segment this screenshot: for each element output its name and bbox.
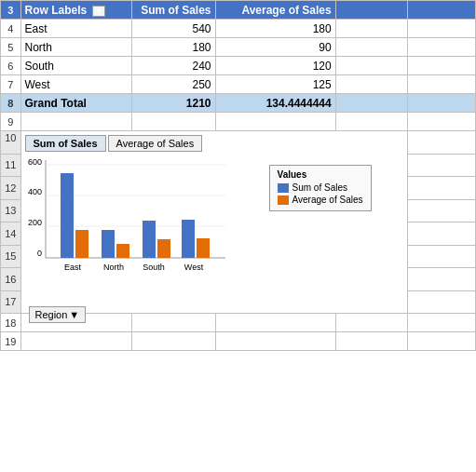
x-label-west: West bbox=[184, 263, 203, 272]
col-e-header bbox=[335, 1, 408, 20]
label-north: North bbox=[20, 38, 131, 57]
col-e-4 bbox=[335, 20, 408, 38]
col-f-7 bbox=[408, 75, 476, 94]
row-num-3: 3 bbox=[1, 1, 21, 20]
row-num-8: 8 bbox=[1, 94, 21, 113]
col-f-header bbox=[408, 1, 476, 20]
col-f-12 bbox=[408, 177, 476, 200]
table-row-north: 5 North 180 90 bbox=[1, 38, 476, 57]
col-f-13 bbox=[408, 199, 476, 223]
y-label-0: 0 bbox=[36, 249, 41, 258]
row-num-4: 4 bbox=[1, 20, 21, 38]
avg-north: 90 bbox=[215, 38, 335, 57]
x-label-north: North bbox=[102, 263, 123, 272]
legend-item-avg: Average of Sales bbox=[278, 195, 363, 205]
bar-west-avg bbox=[197, 238, 210, 258]
empty-9-c bbox=[131, 113, 215, 131]
legend-item-sum: Sum of Sales bbox=[278, 182, 363, 193]
y-label-600: 600 bbox=[27, 157, 41, 167]
region-filter-area: Region ▼ bbox=[25, 306, 372, 323]
pivot-header-row: 3 Row Labels ▼ Sum of Sales Average of S… bbox=[1, 1, 476, 20]
col-f-16 bbox=[408, 268, 476, 291]
legend-label-sum: Sum of Sales bbox=[292, 182, 347, 193]
label-south: South bbox=[20, 57, 131, 75]
col-f-14 bbox=[408, 223, 476, 246]
col-f-17 bbox=[408, 290, 476, 314]
chart-container: Sum of Sales Average of Sales 600 400 20… bbox=[21, 131, 375, 313]
row-num-16: 16 bbox=[1, 268, 21, 291]
empty-row-19: 19 bbox=[1, 332, 476, 351]
sum-north: 180 bbox=[131, 38, 215, 57]
col-f-15 bbox=[408, 245, 476, 268]
row-num-18: 18 bbox=[1, 314, 21, 332]
legend-label-avg: Average of Sales bbox=[292, 195, 363, 205]
legend-title: Values bbox=[278, 169, 363, 180]
table-row-east: 4 East 540 180 bbox=[1, 20, 476, 38]
bar-north-sum bbox=[102, 230, 115, 258]
empty-9-d bbox=[215, 113, 335, 131]
empty-9-b bbox=[20, 113, 131, 131]
filter-button[interactable]: ▼ bbox=[92, 6, 106, 17]
row-num-12: 12 bbox=[1, 177, 21, 200]
label-east: East bbox=[20, 20, 131, 38]
chart-svg-container: 600 400 200 0 bbox=[25, 155, 262, 303]
empty-9-e bbox=[335, 113, 408, 131]
row-num-10: 10 bbox=[1, 131, 21, 155]
bar-east-sum bbox=[61, 173, 74, 258]
sum-west: 250 bbox=[131, 75, 215, 94]
table-row-west: 7 West 250 125 bbox=[1, 75, 476, 94]
row-labels-text: Row Labels bbox=[25, 4, 88, 17]
col-avg-sales: Average of Sales bbox=[215, 1, 335, 20]
empty-19-c bbox=[131, 332, 215, 351]
col-f-5 bbox=[408, 38, 476, 57]
bar-chart-svg: 600 400 200 0 bbox=[25, 155, 239, 300]
col-e-8 bbox=[335, 94, 408, 113]
empty-19-d bbox=[215, 332, 335, 351]
sum-of-sales-button[interactable]: Sum of Sales bbox=[25, 135, 106, 152]
bar-east-avg bbox=[75, 230, 88, 258]
avg-west: 125 bbox=[215, 75, 335, 94]
region-label: Region bbox=[35, 309, 68, 320]
region-filter-button[interactable]: Region ▼ bbox=[29, 306, 87, 323]
bar-south-avg bbox=[157, 239, 170, 258]
row-num-5: 5 bbox=[1, 38, 21, 57]
chart-area-cell: Sum of Sales Average of Sales 600 400 20… bbox=[20, 131, 408, 314]
legend-color-avg bbox=[278, 196, 289, 205]
bar-north-avg bbox=[116, 244, 129, 258]
sum-south: 240 bbox=[131, 57, 215, 75]
empty-19-f bbox=[408, 332, 476, 351]
grand-total-row: 8 Grand Total 1210 134.4444444 bbox=[1, 94, 476, 113]
col-row-labels: Row Labels ▼ bbox=[20, 1, 131, 20]
row-num-14: 14 bbox=[1, 223, 21, 246]
grand-total-sum: 1210 bbox=[131, 94, 215, 113]
avg-of-sales-button[interactable]: Average of Sales bbox=[108, 135, 203, 152]
chart-legend: Values Sum of Sales Average of Sales bbox=[269, 165, 372, 211]
legend-color-sum bbox=[278, 183, 289, 193]
empty-18-f bbox=[408, 314, 476, 332]
row-num-6: 6 bbox=[1, 57, 21, 75]
chart-buttons-row: Sum of Sales Average of Sales bbox=[25, 135, 372, 152]
col-f-6 bbox=[408, 57, 476, 75]
empty-row-9: 9 bbox=[1, 113, 476, 131]
y-label-200: 200 bbox=[27, 218, 41, 227]
sum-east: 540 bbox=[131, 20, 215, 38]
avg-south: 120 bbox=[215, 57, 335, 75]
empty-19-e bbox=[335, 332, 408, 351]
grand-total-avg: 134.4444444 bbox=[215, 94, 335, 113]
row-num-7: 7 bbox=[1, 75, 21, 94]
empty-19-b bbox=[20, 332, 131, 351]
empty-9-f bbox=[408, 113, 476, 131]
label-west: West bbox=[20, 75, 131, 94]
col-sum-sales: Sum of Sales bbox=[131, 1, 215, 20]
col-f-10 bbox=[408, 131, 476, 155]
y-label-400: 400 bbox=[27, 187, 41, 196]
grand-total-label: Grand Total bbox=[20, 94, 131, 113]
x-label-east: East bbox=[63, 263, 81, 272]
row-num-17: 17 bbox=[1, 290, 21, 314]
row-num-11: 11 bbox=[1, 154, 21, 177]
region-dropdown-icon: ▼ bbox=[69, 309, 79, 320]
row-num-19: 19 bbox=[1, 332, 21, 351]
bar-south-sum bbox=[143, 221, 156, 258]
col-e-7 bbox=[335, 75, 408, 94]
col-f-8 bbox=[408, 94, 476, 113]
